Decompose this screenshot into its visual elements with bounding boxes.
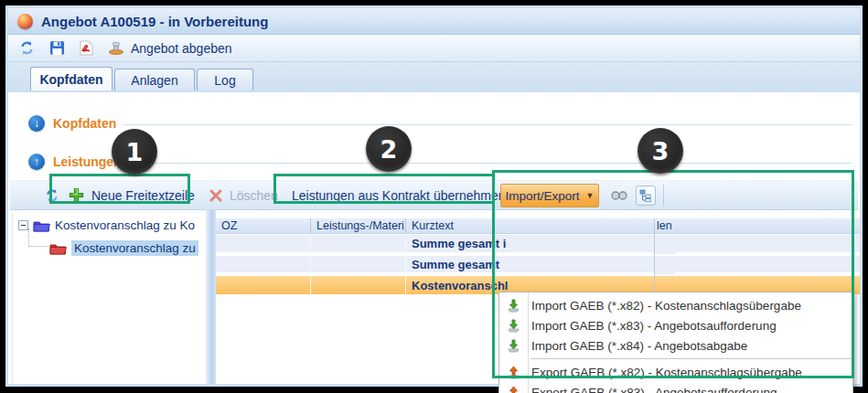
pdf-icon[interactable] (80, 40, 93, 56)
export-arrow-icon (507, 386, 520, 393)
panel-splitter[interactable] (206, 209, 216, 384)
main-toolbar: Angebot abgeben (8, 35, 860, 62)
cell-leistung (311, 276, 406, 294)
tab-anlagen-label: Anlagen (131, 73, 177, 88)
delete-label: Löschen (230, 188, 278, 203)
tree-child-label: Kostenvoranschlag zu (71, 240, 198, 256)
delete-button: Löschen (209, 181, 278, 209)
tab-anlagen[interactable]: Anlagen (114, 69, 195, 90)
submit-stamp-icon (108, 41, 124, 55)
annotation-box-3 (492, 170, 854, 378)
submit-offer-button[interactable]: Angebot abgeben (108, 41, 232, 56)
cell-leistung (311, 256, 406, 272)
section-kopfdaten-label: Kopfdaten (53, 116, 116, 131)
section-kopfdaten: ↓ Kopfdaten (28, 115, 852, 132)
refresh-icon[interactable] (19, 40, 35, 56)
tree-node-root[interactable]: Kostenvoranschlag zu Ko (18, 218, 195, 232)
blue-folder-icon (33, 219, 50, 232)
red-folder-icon (49, 242, 67, 255)
cell-oz (216, 235, 311, 252)
annotation-badge-2: 2 (366, 126, 412, 172)
tab-kopfdaten-label: Kopfdaten (39, 72, 102, 87)
cell-oz (216, 256, 311, 272)
screenshot-root: Angebot A100519 - in Vorbereitung (0, 0, 868, 393)
collapse-minus-icon[interactable] (18, 220, 28, 230)
cell-oz (216, 276, 311, 294)
tree-node-child[interactable]: Kostenvoranschlag zu (49, 240, 198, 256)
title-bar: Angebot A100519 - in Vorbereitung (8, 8, 860, 35)
annotation-badge-3: 3 (638, 128, 683, 174)
collapse-arrow-icon[interactable]: ↓ (28, 115, 45, 132)
tab-log-label: Log (214, 73, 235, 88)
annotation-box-1 (49, 174, 190, 204)
expand-arrow-icon[interactable]: ↑ (28, 154, 45, 170)
save-icon[interactable] (49, 40, 65, 56)
tab-log[interactable]: Log (197, 69, 253, 90)
submit-offer-label: Angebot abgeben (131, 41, 232, 56)
annotation-badge-1: 1 (112, 129, 157, 175)
tree-panel: Kostenvoranschlag zu Ko Kostenvoranschla… (12, 213, 206, 384)
tree-root-label: Kostenvoranschlag zu Ko (55, 218, 195, 232)
section-leistungen-label: Leistungen (53, 154, 122, 169)
delete-x-icon (209, 189, 222, 202)
app-logo-icon (17, 14, 33, 29)
column-header-leistung[interactable]: Leistungs-/Materi (311, 218, 406, 233)
section-divider (124, 124, 852, 125)
window-title: Angebot A100519 - in Vorbereitung (41, 14, 268, 29)
annotation-box-2 (273, 174, 495, 204)
menu-item-label: Export GAEB (*.x83) - Angebotsaufforderu… (531, 386, 777, 393)
section-divider (130, 163, 852, 164)
column-header-oz[interactable]: OZ (216, 218, 311, 233)
menu-item-export-gaeb-x83[interactable]: Export GAEB (*.x83) - Angebotsaufforderu… (499, 382, 852, 393)
tab-kopfdaten[interactable]: Kopfdaten (30, 67, 113, 90)
cell-leistung (311, 235, 406, 252)
tab-strip: Kopfdaten Anlagen Log (8, 62, 860, 92)
